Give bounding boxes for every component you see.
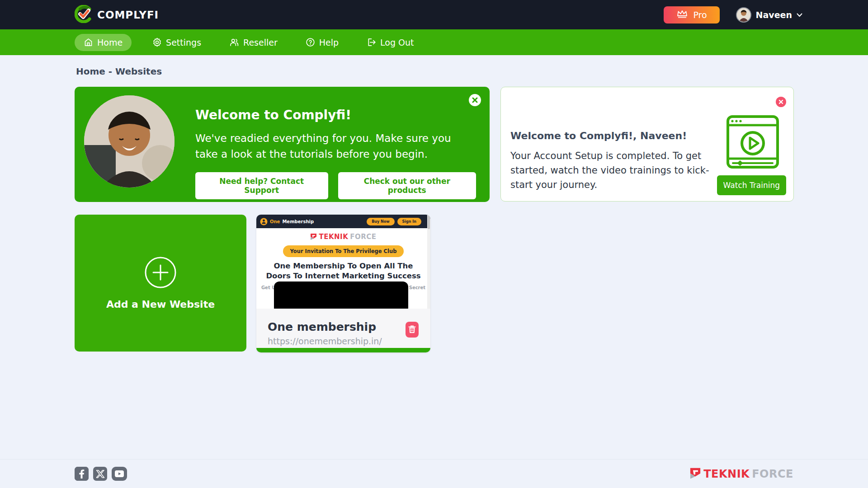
header-right: Pro Naveen [664, 6, 802, 23]
video-player-icon [726, 115, 779, 170]
footer: TEKNIKFORCE [0, 459, 868, 488]
teknikforce-logo: TEKNIKFORCE [256, 233, 430, 241]
crown-icon [676, 9, 688, 21]
x-twitter-icon[interactable] [93, 467, 107, 481]
logout-icon [367, 38, 376, 47]
complyfi-logo-icon [75, 5, 93, 25]
nav-item-label: Settings [166, 38, 201, 47]
website-card-accent-bar [256, 348, 430, 352]
footer-logo-force: FORCE [752, 468, 793, 480]
welcome-card-close-button[interactable] [469, 94, 481, 106]
nav-item-logout[interactable]: Log Out [359, 34, 421, 51]
thumbnail-heading: One Membership To Open All The Doors To … [256, 261, 430, 282]
nav-item-home[interactable]: Home [75, 34, 132, 51]
website-thumbnail[interactable]: One Membership Buy Now Sign In [256, 215, 430, 309]
user-name: Naveen [756, 10, 792, 20]
nav-item-label: Help [319, 38, 339, 47]
training-text: Your Account Setup is completed. To get … [510, 149, 723, 192]
welcome-title: Welcome to Complyfi! [195, 108, 476, 122]
logo-force-text: FORCE [350, 233, 376, 241]
gear-icon [152, 38, 162, 47]
brand-name: COMPLYFI [97, 9, 159, 21]
plus-circle-icon [144, 256, 177, 291]
youtube-icon[interactable] [112, 467, 127, 481]
contact-support-button[interactable]: Need help? Contact Support [195, 172, 328, 199]
teknikforce-footer-logo: TEKNIKFORCE [689, 467, 793, 480]
thumbnail-navbar: One Membership Buy Now Sign In [256, 215, 430, 228]
training-card: Welcome to Complyfi!, Naveen! Your Accou… [500, 87, 794, 202]
complyfi-logo: COMPLYFI [75, 5, 159, 25]
pro-button-label: Pro [693, 10, 707, 20]
nav-item-label: Reseller [243, 38, 278, 47]
buy-now-button[interactable]: Buy Now [367, 218, 394, 225]
welcome-buttons: Need help? Contact Support Check out our… [195, 172, 476, 199]
breadcrumb: Home - Websites [76, 66, 868, 77]
help-icon [306, 38, 315, 47]
thumbnail-video-placeholder [274, 282, 408, 309]
thumb-brand-membership: Membership [282, 219, 314, 224]
invitation-pill: Your Invitation To The Privilege Club [283, 245, 404, 257]
scrollbar-thumb[interactable] [428, 216, 430, 229]
website-url: https://onemembership.in/ [268, 336, 430, 346]
thumb-brand-one: One [270, 219, 280, 224]
page: COMPLYFI Pro [0, 0, 868, 488]
users-icon [229, 38, 239, 47]
facebook-icon[interactable] [75, 467, 89, 481]
user-menu[interactable]: Naveen [736, 7, 802, 23]
teknikforce-footer-icon [689, 467, 701, 480]
watch-training-button[interactable]: Watch Training [717, 175, 786, 195]
one-membership-logo: One Membership [260, 218, 314, 225]
sign-in-button[interactable]: Sign In [397, 218, 421, 225]
logo-teknik-text: TEKNIK [319, 233, 348, 241]
add-website-label: Add a New Website [106, 299, 215, 310]
delete-website-button[interactable] [406, 322, 419, 338]
other-products-button[interactable]: Check out our other products [338, 172, 476, 199]
social-links [75, 467, 127, 481]
nav-item-label: Log Out [380, 38, 414, 47]
welcome-card: Welcome to Complyfi! We've readied every… [75, 87, 490, 202]
main-nav: Home Settings Reseller [0, 29, 868, 55]
user-avatar [736, 7, 751, 23]
nav-item-reseller[interactable]: Reseller [222, 34, 285, 51]
website-card: One Membership Buy Now Sign In [256, 215, 430, 352]
top-header: COMPLYFI Pro [0, 0, 868, 29]
teknikforce-icon [310, 233, 317, 241]
home-icon [84, 38, 93, 47]
welcome-card-body: Welcome to Complyfi! We've readied every… [195, 108, 490, 199]
thumbnail-nav-buttons: Buy Now Sign In [367, 218, 421, 225]
training-card-close-button[interactable] [776, 97, 786, 107]
thumbnail-scrollbar[interactable] [427, 215, 430, 309]
nav-item-label: Home [97, 38, 123, 47]
chevron-down-icon [797, 10, 802, 19]
trash-icon [408, 325, 416, 335]
nav-item-settings[interactable]: Settings [145, 34, 208, 51]
nav-item-help[interactable]: Help [298, 34, 346, 51]
websites-row: Add a New Website One Membership [75, 215, 430, 352]
pro-button[interactable]: Pro [664, 6, 720, 23]
add-website-card[interactable]: Add a New Website [75, 215, 246, 352]
top-cards-row: Welcome to Complyfi! We've readied every… [75, 87, 794, 202]
footer-logo-teknik: TEKNIK [703, 468, 750, 480]
welcome-text: We've readied everything for you. Make s… [195, 131, 476, 162]
website-info: One membership https://onemembership.in/ [256, 309, 430, 348]
profile-photo [84, 95, 175, 188]
